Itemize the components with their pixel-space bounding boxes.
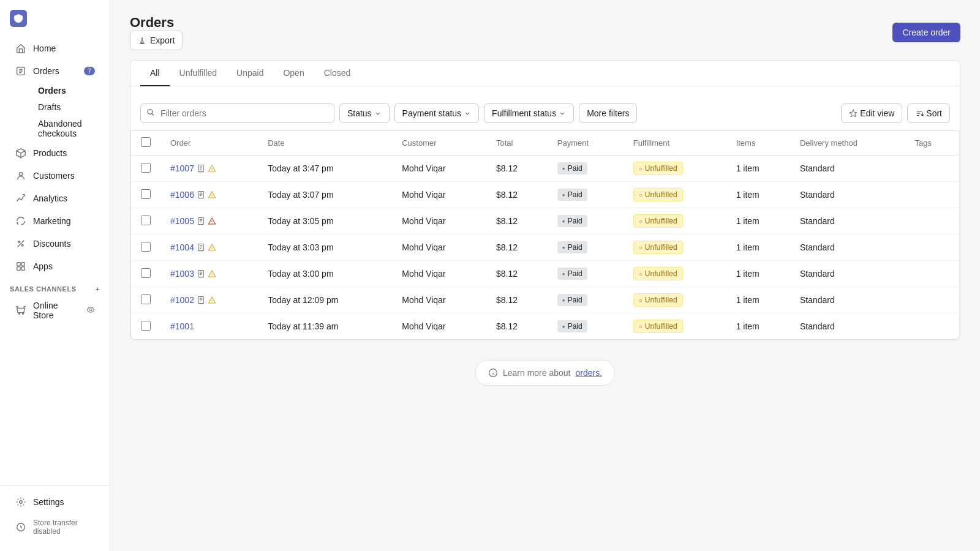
sidebar-item-discounts-label: Discounts — [33, 239, 70, 249]
sidebar-item-apps[interactable]: Apps — [5, 255, 105, 277]
table-row: #1001Today at 11:39 amMohd Viqar$8.12Pai… — [131, 313, 959, 340]
row-delivery: Standard — [790, 261, 905, 287]
select-all-header — [131, 131, 160, 156]
fulfillment-badge: Unfulfilled — [633, 214, 683, 228]
table-row: #1003Today at 3:00 pmMohd Viqar$8.12Paid… — [131, 261, 959, 287]
svg-rect-16 — [198, 191, 203, 198]
payment-badge: Paid — [557, 320, 587, 332]
row-fulfillment: Unfulfilled — [624, 208, 726, 234]
logo-icon — [10, 10, 27, 27]
export-button[interactable]: Export — [130, 31, 183, 50]
row-date: Today at 3:47 pm — [258, 156, 392, 182]
order-link[interactable]: #1004 — [170, 242, 194, 252]
row-date: Today at 11:39 am — [258, 313, 392, 340]
eye-icon[interactable] — [86, 305, 95, 316]
sidebar-item-store-transfer[interactable]: Store transfer disabled — [5, 514, 105, 541]
row-checkbox-cell — [131, 182, 160, 208]
order-link[interactable]: #1002 — [170, 295, 194, 305]
settings-label: Settings — [33, 497, 64, 507]
order-link[interactable]: #1005 — [170, 216, 194, 226]
sidebar-sub-abandoned[interactable]: Abandoned checkouts — [33, 116, 105, 141]
sort-button[interactable]: Sort — [907, 103, 950, 123]
row-order-id: #1002 — [160, 287, 258, 313]
sidebar-item-products-label: Products — [33, 148, 67, 158]
tab-closed[interactable]: Closed — [314, 61, 361, 86]
row-customer: Mohd Viqar — [392, 287, 486, 313]
more-filters-button[interactable]: More filters — [579, 103, 637, 123]
row-checkbox-cell — [131, 208, 160, 234]
row-total: $8.12 — [486, 156, 548, 182]
row-fulfillment: Unfulfilled — [624, 261, 726, 287]
row-checkbox[interactable] — [141, 268, 151, 278]
marketing-icon — [15, 215, 27, 227]
add-sales-channel-icon[interactable]: + — [96, 285, 100, 293]
fulfillment-badge: Unfulfilled — [633, 293, 683, 307]
row-customer: Mohd Viqar — [392, 234, 486, 261]
page-title-group: Orders Export — [130, 15, 183, 50]
sidebar-item-orders[interactable]: Orders 7 — [5, 60, 105, 82]
row-customer: Mohd Viqar — [392, 208, 486, 234]
order-link[interactable]: #1001 — [170, 321, 194, 331]
row-order-id: #1007 — [160, 156, 258, 182]
sidebar-sub-drafts[interactable]: Drafts — [33, 99, 105, 115]
row-checkbox[interactable] — [141, 163, 151, 173]
create-order-button[interactable]: Create order — [892, 23, 960, 42]
tab-open[interactable]: Open — [273, 61, 314, 86]
row-checkbox[interactable] — [141, 321, 151, 331]
sidebar-item-analytics[interactable]: Analytics — [5, 187, 105, 209]
table-row: #1006Today at 3:07 pmMohd Viqar$8.12Paid… — [131, 182, 959, 208]
sidebar-item-home[interactable]: Home — [5, 37, 105, 59]
settings-icon — [15, 496, 27, 508]
row-fulfillment: Unfulfilled — [624, 287, 726, 313]
doc-icon — [197, 190, 205, 199]
status-filter-button[interactable]: Status — [339, 103, 390, 123]
row-total: $8.12 — [486, 182, 548, 208]
row-checkbox[interactable] — [141, 294, 151, 304]
svg-rect-15 — [198, 165, 203, 171]
sidebar-item-customers[interactable]: Customers — [5, 165, 105, 187]
row-date: Today at 3:00 pm — [258, 261, 392, 287]
order-link[interactable]: #1003 — [170, 269, 194, 279]
fulfillment-status-filter-button[interactable]: Fulfillment status — [484, 103, 574, 123]
svg-rect-6 — [17, 267, 20, 270]
sidebar-item-products[interactable]: Products — [5, 142, 105, 164]
svg-marker-14 — [850, 110, 857, 116]
doc-icon — [197, 296, 205, 304]
apps-icon — [15, 260, 27, 272]
row-fulfillment: Unfulfilled — [624, 234, 726, 261]
svg-point-11 — [20, 501, 23, 504]
row-total: $8.12 — [486, 208, 548, 234]
row-checkbox[interactable] — [141, 242, 151, 252]
learn-more-link[interactable]: orders. — [575, 368, 602, 378]
tab-unpaid[interactable]: Unpaid — [227, 61, 273, 86]
page-content: Orders Export Create order All Unfulfill… — [110, 0, 980, 420]
row-checkbox[interactable] — [141, 216, 151, 225]
sidebar-sub-orders[interactable]: Orders — [33, 83, 105, 99]
row-order-id: #1003 — [160, 261, 258, 287]
order-link[interactable]: #1007 — [170, 163, 194, 173]
sidebar-item-marketing-label: Marketing — [33, 216, 70, 226]
tab-unfulfilled[interactable]: Unfulfilled — [170, 61, 227, 86]
sidebar: Home Orders 7 Orders Drafts Abandoned ch… — [0, 0, 110, 551]
sidebar-item-discounts[interactable]: Discounts — [5, 233, 105, 255]
sidebar-item-settings[interactable]: Settings — [5, 491, 105, 513]
sidebar-item-online-store[interactable]: Online Store — [5, 296, 105, 325]
learn-more-card: Learn more about orders. — [475, 360, 615, 386]
row-delivery: Standard — [790, 234, 905, 261]
sidebar-bottom: Settings Store transfer disabled — [0, 485, 110, 551]
discounts-icon — [15, 238, 27, 250]
search-input[interactable] — [140, 103, 334, 123]
select-all-checkbox[interactable] — [141, 137, 151, 147]
order-link[interactable]: #1006 — [170, 190, 194, 200]
tab-all[interactable]: All — [140, 61, 170, 86]
sidebar-item-marketing[interactable]: Marketing — [5, 210, 105, 232]
col-total: Total — [486, 131, 548, 156]
row-checkbox-cell — [131, 287, 160, 313]
row-items: 1 item — [726, 156, 790, 182]
row-order-id: #1005 — [160, 208, 258, 234]
edit-view-button[interactable]: Edit view — [841, 103, 902, 123]
payment-status-filter-button[interactable]: Payment status — [394, 103, 480, 123]
payment-badge: Paid — [557, 189, 587, 201]
online-store-icon — [15, 304, 27, 317]
row-checkbox[interactable] — [141, 189, 151, 199]
